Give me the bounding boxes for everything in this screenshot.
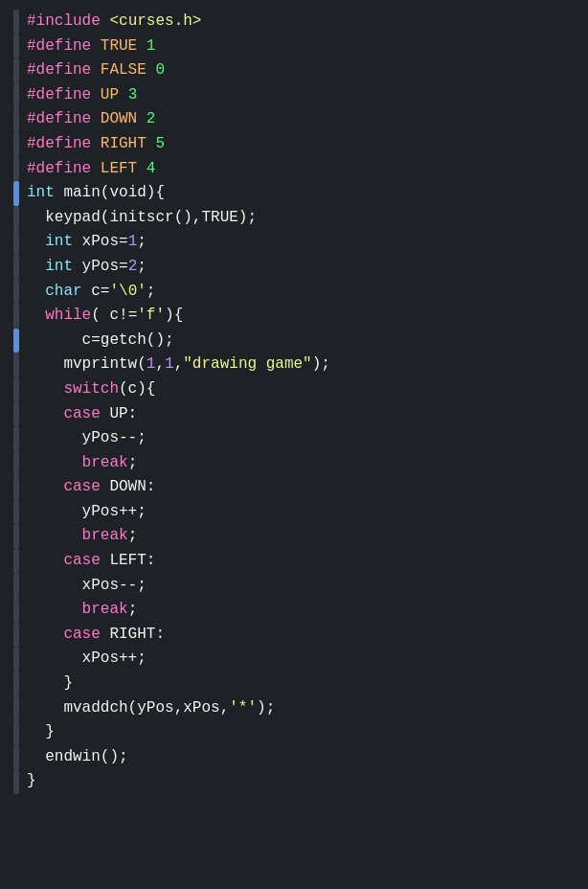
token: FALSE <box>101 61 156 79</box>
code-line: case DOWN: <box>13 475 575 500</box>
line-bar <box>13 451 19 476</box>
line-bar <box>13 377 19 402</box>
code-line: break; <box>13 524 575 549</box>
line-bar <box>13 647 19 672</box>
token: ); <box>257 699 275 717</box>
token: break <box>82 601 128 618</box>
line-bar <box>13 672 19 696</box>
token: LEFT <box>101 160 147 177</box>
line-code: #define LEFT 4 <box>27 157 575 182</box>
line-code: mvprintw(1,1,"drawing game"); <box>27 353 575 377</box>
token: keypad(initscr(),TRUE); <box>27 209 257 226</box>
line-code: xPos++; <box>27 647 575 672</box>
token: ; <box>147 283 156 300</box>
token: ; <box>137 233 147 250</box>
code-line: int yPos=2; <box>13 255 575 280</box>
token: ; <box>128 527 138 544</box>
code-line: break; <box>13 451 575 476</box>
line-bar <box>13 329 19 353</box>
token: int <box>27 184 55 201</box>
code-line: #define UP 3 <box>13 83 575 108</box>
code-editor: #include <curses.h>#define TRUE 1#define… <box>0 0 588 889</box>
token: #define <box>27 160 101 177</box>
token <box>27 307 45 324</box>
line-bar <box>13 500 19 525</box>
token: #define <box>27 135 101 152</box>
token: TRUE <box>101 37 147 55</box>
token <box>27 626 63 643</box>
code-line: endwin(); <box>13 745 575 770</box>
line-bar <box>13 475 19 500</box>
code-line: mvprintw(1,1,"drawing game"); <box>13 353 575 377</box>
line-code: } <box>27 769 575 794</box>
token: int <box>45 258 73 275</box>
line-bar <box>13 280 19 305</box>
token: DOWN <box>101 110 147 127</box>
line-code: break; <box>27 451 575 476</box>
token: ){ <box>165 307 183 324</box>
line-code: int xPos=1; <box>27 230 575 255</box>
line-bar <box>13 769 19 794</box>
code-line: #define DOWN 2 <box>13 107 575 132</box>
token: 0 <box>155 61 165 79</box>
line-code: endwin(); <box>27 745 575 770</box>
line-code: case LEFT: <box>27 549 575 574</box>
token <box>27 405 63 422</box>
line-code: #define RIGHT 5 <box>27 132 575 157</box>
code-line: switch(c){ <box>13 377 575 402</box>
token <box>27 527 82 544</box>
token: '\0' <box>109 283 146 300</box>
token: xPos= <box>73 233 128 250</box>
line-code: #define DOWN 2 <box>27 107 575 132</box>
line-bar <box>13 524 19 549</box>
token: LEFT: <box>101 552 156 569</box>
code-line: yPos++; <box>13 500 575 525</box>
line-bar <box>13 181 19 206</box>
line-code: } <box>27 672 575 696</box>
line-bar <box>13 353 19 377</box>
token: endwin(); <box>27 748 128 765</box>
token: 'f' <box>137 307 165 324</box>
code-line: break; <box>13 598 575 623</box>
line-code: switch(c){ <box>27 377 575 402</box>
code-line: } <box>13 720 575 745</box>
code-content: #include <curses.h>#define TRUE 1#define… <box>13 10 575 794</box>
token: #define <box>27 86 101 103</box>
token <box>27 478 63 495</box>
line-bar <box>13 58 19 83</box>
token: RIGHT: <box>101 626 165 643</box>
token: case <box>63 626 100 643</box>
code-line: #define FALSE 0 <box>13 58 575 83</box>
token <box>27 552 63 569</box>
line-bar <box>13 402 19 427</box>
token: char <box>45 283 81 300</box>
line-bar <box>13 132 19 157</box>
token: , <box>155 355 165 373</box>
line-code: c=getch(); <box>27 329 575 353</box>
token: xPos--; <box>27 577 147 594</box>
line-bar <box>13 745 19 770</box>
token: 2 <box>147 110 156 127</box>
code-line: case UP: <box>13 402 575 427</box>
token: break <box>82 454 128 471</box>
token: main(void){ <box>55 184 165 201</box>
code-line: xPos--; <box>13 574 575 599</box>
code-line: #define RIGHT 5 <box>13 132 575 157</box>
token: 2 <box>128 258 138 275</box>
token: 3 <box>128 86 138 103</box>
line-bar <box>13 304 19 329</box>
token <box>27 258 45 275</box>
token: #include <box>27 12 109 30</box>
token: case <box>63 405 100 422</box>
token: RIGHT <box>101 135 156 152</box>
line-bar <box>13 10 19 34</box>
token: 1 <box>147 355 156 373</box>
line-bar <box>13 696 19 721</box>
code-line: mvaddch(yPos,xPos,'*'); <box>13 696 575 721</box>
token: switch <box>63 380 119 398</box>
token: } <box>27 723 55 741</box>
code-line: xPos++; <box>13 647 575 672</box>
token: yPos++; <box>27 503 147 520</box>
line-code: case UP: <box>27 402 575 427</box>
line-code: mvaddch(yPos,xPos,'*'); <box>27 696 575 721</box>
